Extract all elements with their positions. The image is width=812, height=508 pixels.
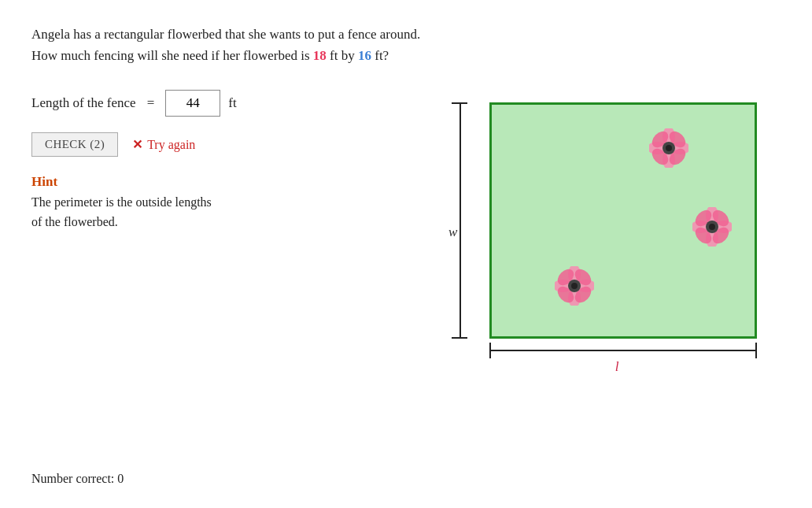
length-value: 18 (313, 48, 327, 63)
try-again-message: ✕ Try again (132, 137, 195, 152)
width-value: 16 (358, 48, 371, 63)
diagram-area: w (442, 87, 781, 378)
number-correct: Number correct: 0 (31, 472, 124, 486)
fence-input[interactable] (165, 90, 220, 117)
width-vline (460, 102, 461, 339)
l-label: l (615, 359, 619, 375)
fence-label: Length of the fence (31, 95, 136, 111)
w-label: w (448, 224, 457, 240)
equals-sign: = (147, 95, 155, 111)
svg-point-19 (709, 224, 715, 230)
question-line2-prefix: How much fencing will she need if her fl… (31, 48, 313, 63)
flowerbed-rect (489, 102, 757, 339)
unit-label: ft (228, 95, 236, 111)
flower-2 (692, 207, 732, 250)
question-line2: How much fencing will she need if her fl… (31, 45, 781, 66)
try-again-label: Try again (147, 138, 195, 152)
x-icon: ✕ (132, 137, 142, 152)
check-button[interactable]: CHECK (2) (31, 132, 118, 157)
flower-3 (555, 266, 594, 309)
question-suffix: ft? (371, 48, 389, 63)
svg-point-29 (571, 283, 578, 289)
question-text: Angela has a rectangular flowerbed that … (31, 24, 781, 66)
by-text: ft by (327, 48, 358, 63)
question-line1: Angela has a rectangular flowerbed that … (31, 24, 781, 45)
flower-1 (649, 128, 688, 171)
length-hline (489, 350, 757, 351)
page: Angela has a rectangular flowerbed that … (0, 0, 812, 508)
svg-point-9 (666, 145, 672, 151)
